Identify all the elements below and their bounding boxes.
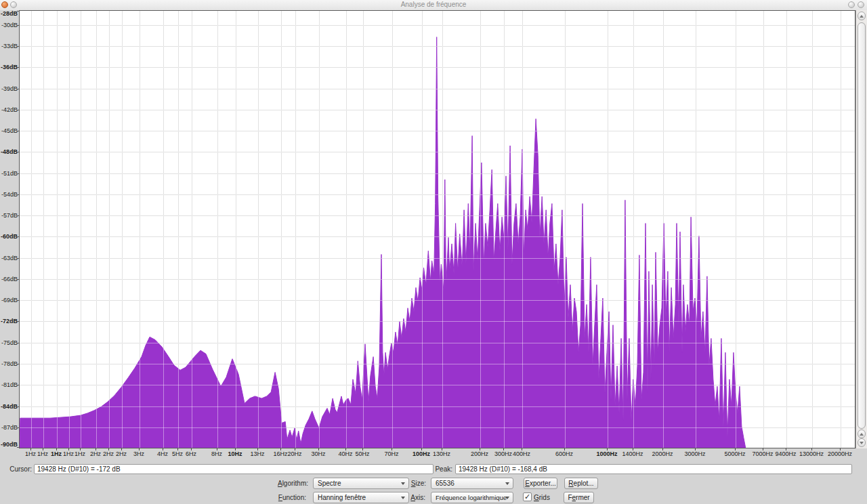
frequency-tick-mark bbox=[392, 448, 392, 450]
spectrum-curve[interactable] bbox=[20, 37, 746, 448]
frequency-tick-mark bbox=[442, 448, 442, 450]
db-tick-label: -72dB bbox=[1, 318, 18, 324]
db-tick-label: -33dB bbox=[1, 43, 18, 49]
vertical-scrollbar[interactable] bbox=[855, 10, 867, 448]
chevron-down-icon bbox=[505, 482, 509, 485]
frequency-tick-mark bbox=[362, 448, 363, 450]
db-tick-label: -66dB bbox=[1, 276, 18, 282]
axis-label: Axis: bbox=[379, 494, 425, 501]
db-ruler: -28dB-30dB-33dB-36dB-39dB-42dB-45dB-48dB… bbox=[0, 10, 19, 448]
title-bar[interactable]: Analyse de fréquence bbox=[0, 0, 867, 11]
db-tick-label: -51dB bbox=[1, 170, 18, 177]
frequency-tick-mark bbox=[564, 448, 565, 450]
close-button[interactable]: Fermer bbox=[564, 492, 594, 503]
db-tick-label: -54dB bbox=[1, 191, 18, 198]
scrollbar-up2-icon[interactable] bbox=[858, 429, 866, 438]
db-tick-label: -42dB bbox=[1, 106, 18, 113]
frequency-tick-mark bbox=[695, 448, 696, 450]
frequency-tick-mark bbox=[633, 448, 633, 450]
cursor-label: Cursor: bbox=[0, 465, 32, 473]
window-maximize-icon[interactable] bbox=[858, 1, 864, 8]
db-tick-label: -78dB bbox=[1, 360, 18, 367]
frequency-ruler: 1Hz1Hz1Hz1Hz1Hz2Hz2Hz2Hz3Hz4Hz5Hz6Hz8Hz1… bbox=[0, 448, 867, 463]
spectrum-area-chart[interactable] bbox=[20, 11, 855, 448]
peak-label: Peak: bbox=[420, 465, 452, 473]
db-tick-label: -84dB bbox=[1, 403, 18, 410]
db-tick-label: -90dB bbox=[1, 441, 18, 448]
window-title: Analyse de fréquence bbox=[0, 1, 867, 8]
cursor-value-field[interactable] bbox=[34, 464, 434, 474]
window-minimize-icon[interactable] bbox=[848, 1, 855, 8]
frequency-tick-mark bbox=[840, 448, 841, 450]
frequency-tick-mark bbox=[811, 448, 812, 450]
status-row: Cursor: Peak: bbox=[0, 463, 867, 476]
algorithm-label: Algorithm: bbox=[227, 480, 308, 487]
export-button[interactable]: Exporter... bbox=[524, 478, 557, 489]
db-tick-label: -30dB bbox=[1, 22, 18, 28]
db-tick-label: -28dB bbox=[1, 10, 18, 17]
db-tick-label: -39dB bbox=[1, 85, 18, 92]
function-label: Function: bbox=[227, 494, 306, 501]
scrollbar-up-icon[interactable] bbox=[858, 12, 866, 20]
frequency-tick-mark bbox=[522, 448, 522, 450]
axis-select[interactable]: Fréquence logarithmique bbox=[431, 492, 513, 503]
db-tick-label: -57dB bbox=[1, 212, 18, 219]
size-select[interactable]: 65536 bbox=[431, 478, 513, 489]
replot-button[interactable]: Replot... bbox=[564, 478, 598, 489]
db-tick-label: -60dB bbox=[1, 233, 18, 240]
db-tick-label: -81dB bbox=[1, 381, 18, 388]
frequency-analysis-window: { "window": { "title": "Analyse de fréqu… bbox=[0, 0, 867, 504]
scrollbar-down-icon[interactable] bbox=[858, 438, 866, 447]
grids-label[interactable]: Grids bbox=[534, 494, 561, 501]
db-tick-label: -75dB bbox=[1, 339, 18, 346]
frequency-tick-label: 20000Hz bbox=[813, 450, 867, 457]
checkmark-icon: ✓ bbox=[524, 492, 530, 501]
grids-checkbox[interactable]: ✓ bbox=[523, 492, 532, 501]
spectrum-plot[interactable] bbox=[19, 10, 855, 448]
db-tick-label: -69dB bbox=[1, 297, 18, 303]
db-tick-label: -87dB bbox=[1, 424, 18, 431]
peak-value-field[interactable] bbox=[455, 464, 852, 474]
size-label: Size: bbox=[379, 480, 426, 487]
db-tick-label: -36dB bbox=[1, 64, 18, 70]
frequency-tick-mark bbox=[662, 448, 663, 450]
db-tick-label: -63dB bbox=[1, 255, 18, 261]
chevron-down-icon bbox=[505, 497, 509, 499]
db-tick-label: -45dB bbox=[1, 127, 18, 134]
scrollbar-thumb[interactable] bbox=[858, 22, 866, 429]
db-tick-label: -48dB bbox=[1, 148, 18, 155]
